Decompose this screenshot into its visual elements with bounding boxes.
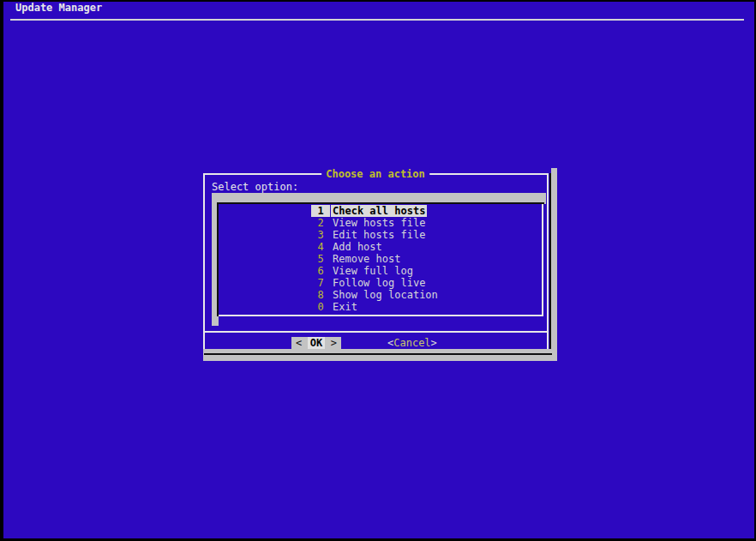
cancel-button[interactable]: <Cancel> — [387, 337, 437, 349]
terminal-screen: Update Manager Choose an action Select o… — [0, 0, 756, 541]
dialog-border-left — [203, 173, 205, 356]
menu-item-label: Follow log live — [331, 277, 427, 289]
dialog-border-bottom-line — [204, 353, 552, 355]
menu-item-label: Exit — [331, 301, 359, 313]
dialog-prompt: Select option: — [212, 181, 298, 193]
menu-item-8[interactable]: 8Show log location — [219, 289, 542, 301]
dialog-title: Choose an action — [321, 168, 429, 180]
menu-item-tag: 0 — [311, 301, 330, 313]
menu-list: 1Check all hosts2View hosts file3Edit ho… — [219, 204, 542, 316]
menu-item-label: Check all hosts — [331, 205, 427, 217]
menu-item-tag: 3 — [311, 229, 330, 241]
menu-item-tag: 7 — [311, 277, 330, 289]
ok-button-label: OK — [308, 337, 325, 349]
menu-item-5[interactable]: 5Remove host — [219, 253, 542, 265]
dialog-border-right-gray — [551, 168, 557, 361]
menu-item-tag: 8 — [311, 289, 330, 301]
ok-right-bracket: > — [331, 337, 337, 349]
cancel-button-label: Cancel — [393, 337, 430, 349]
menu-item-2[interactable]: 2View hosts file — [219, 217, 542, 229]
menu-item-tag: 6 — [311, 265, 330, 277]
ok-left-bracket: < — [296, 337, 302, 349]
dialog-border-bottom-gray — [203, 349, 557, 361]
menu-item-tag: 1 — [311, 205, 330, 217]
menu-item-label: Show log location — [331, 289, 440, 301]
backtitle: Update Manager — [15, 2, 102, 14]
menu-item-label: Add host — [331, 241, 384, 253]
dialog-border-right-line — [549, 173, 551, 361]
menu-item-label: View full log — [331, 265, 415, 277]
menu-item-label: Edit hosts file — [331, 229, 427, 241]
menu-item-1[interactable]: 1Check all hosts — [219, 205, 542, 217]
menu-item-7[interactable]: 7Follow log live — [219, 277, 542, 289]
backtitle-rule — [10, 19, 744, 21]
dialog-border-right-white — [547, 173, 549, 354]
menu-item-label: Remove host — [331, 253, 402, 265]
menubox-border-right — [542, 204, 543, 316]
menu-item-4[interactable]: 4Add host — [219, 241, 542, 253]
ok-button[interactable]: < OK > — [291, 337, 341, 349]
menu-item-tag: 2 — [311, 217, 330, 229]
cancel-right-bracket: > — [431, 337, 437, 349]
menu-item-tag: 4 — [311, 241, 330, 253]
menu-item-3[interactable]: 3Edit hosts file — [219, 229, 542, 241]
menu-item-tag: 5 — [311, 253, 330, 265]
menu-item-label: View hosts file — [331, 217, 427, 229]
menu-item-6[interactable]: 6View full log — [219, 265, 542, 277]
menu-item-0[interactable]: 0Exit — [219, 301, 542, 313]
dialog-button-separator — [203, 331, 549, 333]
